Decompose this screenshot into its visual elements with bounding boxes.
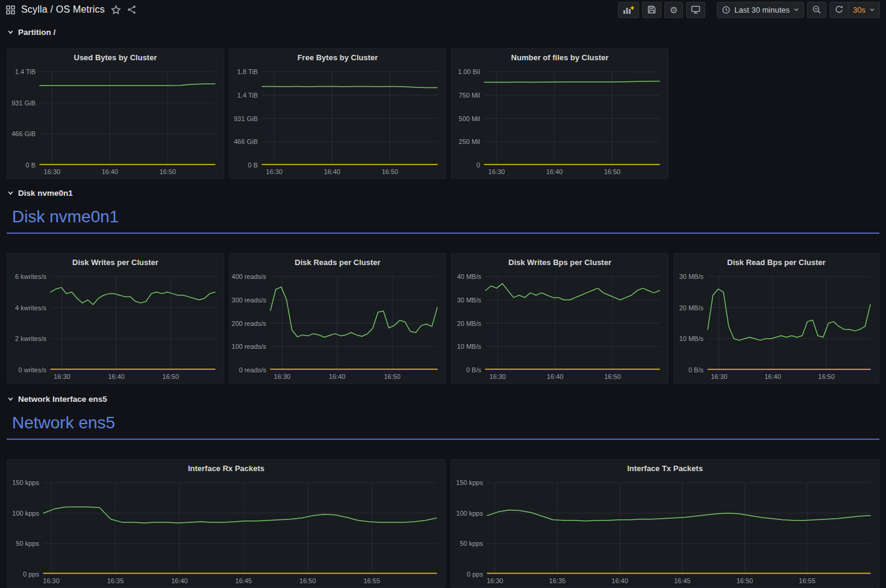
- panel-used-bytes: Used Bytes by Cluster 1.4 TiB931 GiB466 …: [7, 48, 224, 179]
- chevron-down-icon: [869, 7, 875, 13]
- svg-text:6 kwrites/s: 6 kwrites/s: [15, 273, 46, 280]
- svg-text:0 B/s: 0 B/s: [688, 366, 704, 374]
- section-row-disk[interactable]: Disk nvme0n1: [7, 189, 73, 198]
- refresh-interval-dropdown[interactable]: 30s: [849, 2, 880, 18]
- time-range-label: Last 30 minutes: [734, 5, 790, 14]
- svg-text:20 MB/s: 20 MB/s: [457, 320, 482, 327]
- panel-title-interface-tx[interactable]: Interface Tx Packets: [451, 460, 879, 477]
- panel-disk-reads: Disk Reads per Cluster 400 reads/s300 re…: [229, 253, 446, 384]
- svg-text:4 kwrites/s: 4 kwrites/s: [15, 304, 46, 311]
- panel-number-of-files: Number of files by Cluster 1.00 Bil750 M…: [451, 48, 669, 179]
- svg-text:16:35: 16:35: [107, 577, 124, 584]
- chart-free-bytes[interactable]: 1.8 TiB1.4 TiB931 GiB466 GiB0 B16:3016:4…: [229, 66, 446, 178]
- svg-text:0: 0: [476, 161, 480, 169]
- svg-text:50 kpps: 50 kpps: [16, 540, 39, 547]
- gear-icon: ⚙: [670, 5, 678, 14]
- svg-text:0 B/s: 0 B/s: [466, 366, 482, 374]
- time-range-picker[interactable]: Last 30 minutes: [717, 2, 804, 18]
- svg-text:2 kwrites/s: 2 kwrites/s: [15, 335, 46, 342]
- svg-text:16:50: 16:50: [604, 168, 621, 175]
- chevron-down-icon: [7, 190, 14, 196]
- svg-text:0 pps: 0 pps: [23, 571, 39, 578]
- svg-text:466 GiB: 466 GiB: [11, 130, 36, 137]
- refresh-icon: [834, 5, 844, 14]
- panel-title-disk-writes[interactable]: Disk Writes per Cluster: [7, 254, 223, 271]
- panel-title-used-bytes[interactable]: Used Bytes by Cluster: [7, 49, 223, 66]
- star-icon[interactable]: [111, 5, 121, 15]
- disk-heading: Disk nvme0n1: [7, 205, 879, 234]
- panel-interface-rx: Interface Rx Packets 150 kpps100 kpps50 …: [7, 459, 446, 588]
- dashboard-grid-icon[interactable]: [6, 5, 15, 14]
- svg-text:16:30: 16:30: [54, 373, 70, 380]
- svg-text:1.00 Bil: 1.00 Bil: [458, 68, 480, 75]
- svg-text:16:30: 16:30: [266, 168, 283, 175]
- svg-text:16:45: 16:45: [674, 577, 691, 584]
- panel-title-disk-reads[interactable]: Disk Reads per Cluster: [229, 254, 446, 271]
- panel-title-free-bytes[interactable]: Free Bytes by Cluster: [229, 49, 446, 66]
- panel-interface-tx: Interface Tx Packets 150 kpps100 kpps50 …: [451, 459, 879, 588]
- chart-disk-writes[interactable]: 6 kwrites/s4 kwrites/s2 kwrites/s0 write…: [7, 271, 223, 383]
- clock-icon: [722, 5, 731, 14]
- chart-interface-rx[interactable]: 150 kpps100 kpps50 kpps0 pps16:3016:3516…: [7, 477, 445, 587]
- refresh-button-group: 30s: [829, 2, 880, 18]
- save-dashboard-button[interactable]: [642, 2, 661, 18]
- svg-text:250 Mil: 250 Mil: [459, 138, 480, 145]
- svg-text:20 MB/s: 20 MB/s: [679, 304, 704, 311]
- panel-title-disk-read-bps[interactable]: Disk Read Bps per Cluster: [674, 254, 879, 271]
- svg-text:16:40: 16:40: [764, 373, 781, 380]
- chart-interface-tx[interactable]: 150 kpps100 kpps50 kpps0 pps16:3016:3516…: [451, 477, 879, 587]
- chart-disk-writes-bps[interactable]: 40 MB/s30 MB/s20 MB/s10 MB/s0 B/s16:3016…: [452, 271, 668, 383]
- section-row-network[interactable]: Network Interface ens5: [7, 395, 107, 404]
- svg-text:931 GiB: 931 GiB: [11, 99, 36, 107]
- svg-text:16:50: 16:50: [160, 168, 176, 175]
- svg-text:931 GiB: 931 GiB: [234, 115, 258, 122]
- svg-text:10 MB/s: 10 MB/s: [679, 335, 704, 342]
- panel-title-interface-rx[interactable]: Interface Rx Packets: [7, 460, 445, 477]
- zoom-out-button[interactable]: [807, 2, 826, 18]
- svg-text:16:30: 16:30: [44, 168, 61, 175]
- top-bar: Scylla / OS Metrics: [0, 0, 886, 19]
- svg-text:16:40: 16:40: [108, 373, 125, 380]
- svg-text:16:50: 16:50: [382, 168, 399, 175]
- svg-text:16:30: 16:30: [489, 373, 506, 380]
- svg-text:200 reads/s: 200 reads/s: [232, 320, 267, 327]
- dashboard-title: Scylla / OS Metrics: [21, 4, 105, 15]
- svg-text:16:55: 16:55: [799, 577, 816, 584]
- svg-text:750 Mil: 750 Mil: [459, 92, 480, 99]
- panel-disk-read-bps: Disk Read Bps per Cluster 30 MB/s20 MB/s…: [673, 253, 879, 384]
- save-icon: [647, 5, 657, 14]
- panel-title-number-of-files[interactable]: Number of files by Cluster: [452, 49, 668, 66]
- chart-number-of-files[interactable]: 1.00 Bil750 Mil500 Mil250 Mil016:3016:40…: [452, 66, 668, 178]
- chart-used-bytes[interactable]: 1.4 TiB931 GiB466 GiB0 B16:3016:4016:50: [7, 66, 223, 178]
- svg-text:16:30: 16:30: [711, 373, 728, 380]
- svg-text:0 B: 0 B: [248, 161, 258, 169]
- panel-title-disk-writes-bps[interactable]: Disk Writes Bps per Cluster: [452, 254, 668, 271]
- svg-text:16:40: 16:40: [329, 373, 346, 380]
- svg-text:1.4 TiB: 1.4 TiB: [237, 92, 258, 99]
- panel-disk-writes: Disk Writes per Cluster 6 kwrites/s4 kwr…: [7, 253, 224, 384]
- chevron-down-icon: [7, 396, 14, 402]
- svg-text:30 MB/s: 30 MB/s: [679, 273, 704, 280]
- add-panel-button[interactable]: [618, 2, 639, 18]
- svg-text:150 kpps: 150 kpps: [12, 479, 39, 486]
- chart-disk-read-bps[interactable]: 30 MB/s20 MB/s10 MB/s0 B/s16:3016:4016:5…: [674, 271, 879, 383]
- svg-text:0 writes/s: 0 writes/s: [19, 366, 47, 374]
- svg-text:0 pps: 0 pps: [467, 571, 483, 578]
- section-row-partition[interactable]: Partition /: [7, 28, 55, 37]
- cycle-view-mode-button[interactable]: [686, 2, 705, 18]
- svg-text:16:40: 16:40: [547, 373, 564, 380]
- svg-text:16:30: 16:30: [488, 168, 505, 175]
- chart-disk-reads[interactable]: 400 reads/s300 reads/s200 reads/s100 rea…: [229, 271, 446, 383]
- svg-text:16:50: 16:50: [299, 577, 316, 584]
- refresh-button[interactable]: [829, 2, 849, 18]
- svg-text:16:50: 16:50: [604, 373, 621, 380]
- svg-text:16:40: 16:40: [324, 168, 341, 175]
- section-label: Partition /: [18, 28, 55, 37]
- text-panel-disk: Disk nvme0n1: [7, 205, 879, 241]
- share-icon[interactable]: [127, 5, 137, 14]
- add-panel-icon: [623, 5, 634, 14]
- svg-text:16:30: 16:30: [487, 577, 504, 584]
- svg-text:16:45: 16:45: [236, 577, 252, 584]
- svg-text:16:50: 16:50: [384, 373, 401, 380]
- dashboard-settings-button[interactable]: ⚙: [664, 2, 683, 18]
